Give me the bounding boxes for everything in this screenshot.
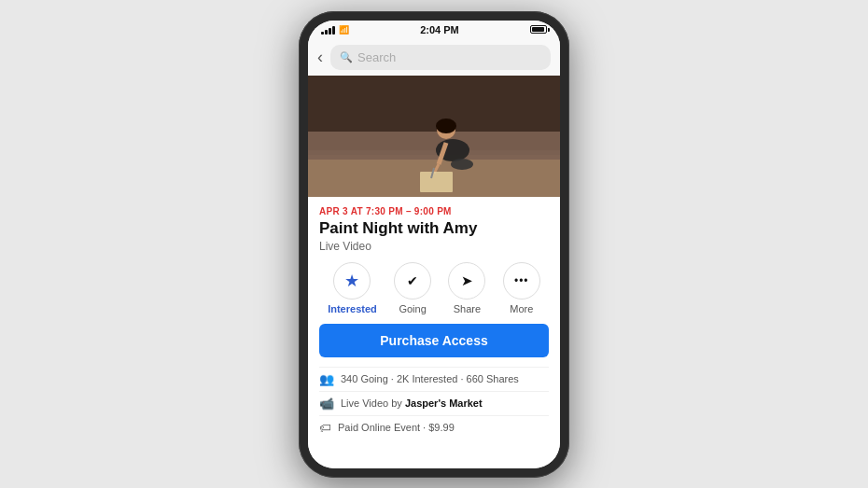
battery-fill <box>532 27 544 32</box>
event-image <box>308 76 560 197</box>
bar1 <box>321 32 324 35</box>
stat-going-text: 340 Going · 2K Interested · 660 Shares <box>341 372 519 385</box>
search-icon: 🔍 <box>340 51 353 63</box>
actions-row: ★ Interested ✔ Going ➤ Share <box>319 262 549 314</box>
camera-icon: 📹 <box>319 397 334 411</box>
stat-row-price: 🏷 Paid Online Event · $9.99 <box>319 415 549 439</box>
svg-rect-11 <box>420 172 453 192</box>
more-circle: ••• <box>503 262 540 300</box>
star-icon: ★ <box>344 271 359 291</box>
event-content: APR 3 AT 7:30 PM – 9:00 PM Paint Night w… <box>308 197 560 468</box>
tag-icon: 🏷 <box>319 421 331 435</box>
share-circle: ➤ <box>448 262 485 300</box>
phone-device: 📶 2:04 PM ‹ 🔍 Search <box>299 11 569 478</box>
going-label: Going <box>399 303 426 314</box>
back-button[interactable]: ‹ <box>317 49 323 65</box>
phone-screen: 📶 2:04 PM ‹ 🔍 Search <box>308 21 560 468</box>
event-type: Live Video <box>319 240 549 253</box>
purchase-access-button[interactable]: Purchase Access <box>319 324 549 357</box>
action-interested[interactable]: ★ Interested <box>328 262 377 314</box>
share-icon: ➤ <box>461 272 473 289</box>
action-share[interactable]: ➤ Share <box>448 262 485 314</box>
stat-row-going: 👥 340 Going · 2K Interested · 660 Shares <box>319 367 549 391</box>
more-icon: ••• <box>514 274 529 287</box>
status-bar: 📶 2:04 PM <box>308 21 560 39</box>
search-input-wrap[interactable]: 🔍 Search <box>330 45 551 70</box>
share-label: Share <box>454 303 481 314</box>
more-label: More <box>510 303 533 314</box>
stat-video-text: Live Video by Jasper's Market <box>341 397 483 410</box>
svg-point-7 <box>436 119 456 133</box>
bar3 <box>329 28 331 35</box>
people-icon: 👥 <box>319 372 334 386</box>
bar2 <box>325 30 328 35</box>
time-display: 2:04 PM <box>420 24 459 35</box>
svg-point-8 <box>451 159 473 170</box>
wifi-icon: 📶 <box>339 25 349 35</box>
event-title: Paint Night with Amy <box>319 219 549 238</box>
search-placeholder: Search <box>357 50 396 64</box>
battery-icon <box>530 25 547 34</box>
stat-row-video: 📹 Live Video by Jasper's Market <box>319 391 549 415</box>
bar4 <box>332 26 335 35</box>
action-going[interactable]: ✔ Going <box>394 262 431 314</box>
action-more[interactable]: ••• More <box>503 262 540 314</box>
search-bar: ‹ 🔍 Search <box>308 39 560 76</box>
interested-label: Interested <box>328 303 377 314</box>
checkmark-icon: ✔ <box>407 273 418 288</box>
event-image-svg <box>308 76 560 197</box>
svg-rect-3 <box>308 76 560 132</box>
stat-price-text: Paid Online Event · $9.99 <box>338 421 455 434</box>
event-date: APR 3 AT 7:30 PM – 9:00 PM <box>319 206 549 216</box>
interested-circle: ★ <box>333 262 371 300</box>
signal-bars <box>321 25 335 35</box>
signal-group: 📶 <box>321 25 349 35</box>
going-circle: ✔ <box>394 262 431 300</box>
